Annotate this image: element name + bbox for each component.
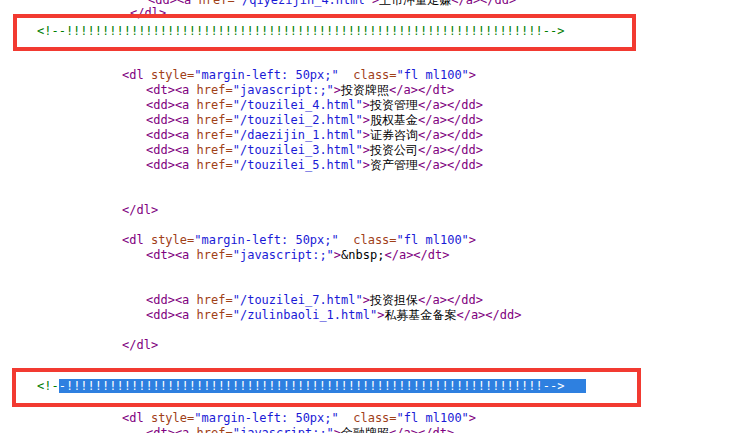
code-line: <!--!!!!!!!!!!!!!!!!!!!!!!!!!!!!!!!!!!!!… <box>37 379 586 394</box>
code-token-tag: </dl> <box>122 338 158 352</box>
code-token-text: 投资牌照 <box>341 83 389 97</box>
code-token-value: "/daezijin_1.html" <box>233 128 363 142</box>
code-token-value: "margin-left: 50px;" <box>194 411 339 425</box>
code-line: <dt><a href="javascript:;">投资牌照</a></dt> <box>146 83 454 98</box>
code-token-tag: <dt><a <box>146 248 197 262</box>
code-token-tag: > <box>363 128 370 142</box>
code-token-tag: <dl <box>122 233 151 247</box>
code-line: <dd><a href="/touzilei_7.html">投资担保</a><… <box>146 293 483 308</box>
code-token-tag: > <box>334 83 341 97</box>
code-token-tag: > <box>363 293 370 307</box>
code-token-tag: <dd><a <box>146 308 197 322</box>
code-token-attribute: href= <box>197 113 233 127</box>
code-token-attribute: href= <box>197 98 233 112</box>
code-token-attribute: href= <box>197 426 233 433</box>
code-token-tag: </a></dd> <box>451 0 516 7</box>
code-token-value: "fl ml100" <box>397 411 469 425</box>
code-token-value: "margin-left: 50px;" <box>194 233 339 247</box>
code-token-text: 股权基金 <box>370 113 418 127</box>
code-token-text: 私募基金备案 <box>384 308 456 322</box>
code-token-tag: <dd><a <box>146 113 197 127</box>
code-token-attribute: href= <box>197 83 233 97</box>
code-token-attribute: href= <box>197 248 233 262</box>
code-token-tag: > <box>363 98 370 112</box>
code-token-tag: <dd><a <box>146 128 197 142</box>
code-token-value: "/touzilei_3.html" <box>233 143 363 157</box>
code-line: </dl> <box>122 338 158 353</box>
code-token-tag: </a></dd> <box>418 98 483 112</box>
code-token-tag: <dd><a <box>146 293 197 307</box>
code-token-tag: > <box>363 158 370 172</box>
code-token-tag: </a></dd> <box>418 128 483 142</box>
code-token-attribute: href= <box>197 293 233 307</box>
code-token-tag: <dt><a <box>146 426 197 433</box>
code-token-text <box>339 233 353 247</box>
code-line: </dl> <box>130 6 166 21</box>
code-line: <!--!!!!!!!!!!!!!!!!!!!!!!!!!!!!!!!!!!!!… <box>37 24 564 39</box>
code-token-text: 投资管理 <box>370 98 418 112</box>
code-token-attribute: class= <box>353 411 396 425</box>
code-line: <dl style="margin-left: 50px;" class="fl… <box>122 68 476 83</box>
code-token-text: 资产管理 <box>370 158 418 172</box>
code-token-text: &nbsp; <box>341 248 384 262</box>
code-token-value: "/touzilei_2.html" <box>233 113 363 127</box>
code-token-value: "/qiyezijin_4.html" <box>235 0 372 7</box>
code-line: <dd><a href="/touzilei_2.html">股权基金</a><… <box>146 113 483 128</box>
code-token-text: 证券咨询 <box>370 128 418 142</box>
code-token-text: 金融牌照 <box>341 426 389 433</box>
code-line: <dt><a href="javascript:;">金融牌照</a></dt> <box>146 426 454 433</box>
code-line: <dl style="margin-left: 50px;" class="fl… <box>122 411 476 426</box>
code-token-tag: > <box>363 143 370 157</box>
code-token-tag: > <box>334 426 341 433</box>
code-token-tag: </a></dt> <box>384 248 449 262</box>
selection-highlight: -!!!!!!!!!!!!!!!!!!!!!!!!!!!!!!!!!!!!!!!… <box>59 379 586 393</box>
code-token-tag: <dd><a <box>146 98 197 112</box>
code-token-tag: </a></dd> <box>418 113 483 127</box>
code-token-attribute: href= <box>197 308 233 322</box>
code-line: <dt><a href="javascript:;">&nbsp;</a></d… <box>146 248 449 263</box>
code-token-value: "javascript:;" <box>233 248 334 262</box>
code-token-value: "/touzilei_5.html" <box>233 158 363 172</box>
code-token-tag: </a></dd> <box>456 308 521 322</box>
code-token-value: "margin-left: 50px;" <box>194 68 339 82</box>
code-token-tag: </a></dt> <box>389 426 454 433</box>
code-token-comment: <!--!!!!!!!!!!!!!!!!!!!!!!!!!!!!!!!!!!!!… <box>37 24 564 38</box>
code-token-tag: </a></dt> <box>389 83 454 97</box>
code-token-tag: > <box>469 411 476 425</box>
code-token-attribute: class= <box>353 233 396 247</box>
code-token-value: "/touzilei_4.html" <box>233 98 363 112</box>
code-token-tag: </dl> <box>122 203 158 217</box>
code-token-text <box>339 411 353 425</box>
code-token-value: "fl ml100" <box>397 233 469 247</box>
code-token-attribute: href= <box>197 128 233 142</box>
code-token-tag: <dt><a <box>146 83 197 97</box>
code-token-tag: <dd><a <box>146 158 197 172</box>
code-token-tag: > <box>469 68 476 82</box>
code-token-value: "/zulinbaoli_1.html" <box>233 308 378 322</box>
code-token-tag: <dd><a <box>146 143 197 157</box>
code-token-attribute: class= <box>353 68 396 82</box>
code-token-value: "javascript:;" <box>233 426 334 433</box>
code-token-tag: </a></dd> <box>418 158 483 172</box>
code-token-tag: > <box>334 248 341 262</box>
code-token-attribute: href= <box>197 158 233 172</box>
code-token-comment: <!- <box>37 379 59 393</box>
code-token-attribute: style= <box>151 68 194 82</box>
code-line: <dd><a href="/touzilei_3.html">投资公司</a><… <box>146 143 483 158</box>
code-line: <dd><a href="/zulinbaoli_1.html">私募基金备案<… <box>146 308 521 323</box>
code-token-text: 投资公司 <box>370 143 418 157</box>
code-token-attribute: style= <box>151 233 194 247</box>
code-token-tag: <dl <box>122 411 151 425</box>
code-token-text: 上市冲量定赚 <box>379 0 451 7</box>
code-token-text <box>339 68 353 82</box>
code-token-tag: </a></dd> <box>418 293 483 307</box>
code-line: <dd><a href="/daezijin_1.html">证券咨询</a><… <box>146 128 483 143</box>
code-token-tag: > <box>363 113 370 127</box>
code-token-value: "/touzilei_7.html" <box>233 293 363 307</box>
code-token-attribute: href= <box>199 0 235 7</box>
code-token-tag: </dl> <box>130 6 166 20</box>
code-token-value: "javascript:;" <box>233 83 334 97</box>
code-token-tag: > <box>469 233 476 247</box>
code-line: </dl> <box>122 203 158 218</box>
code-token-tag: </a></dd> <box>418 143 483 157</box>
